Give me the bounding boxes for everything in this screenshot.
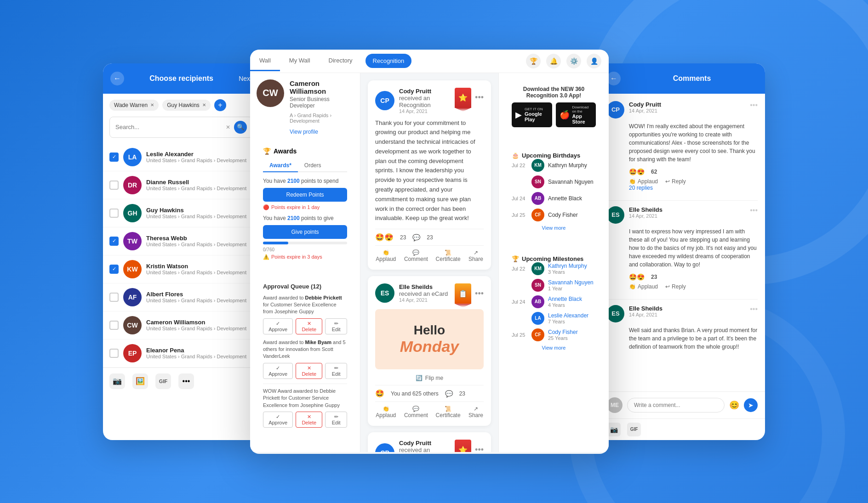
milestones-view-more[interactable]: View more [512,345,596,350]
comment-camera-icon[interactable]: 📷 [607,423,621,436]
tag-wade-warren[interactable]: Wade Warren ✕ [109,100,159,111]
edit-button-3[interactable]: ✏ Edit [325,412,347,428]
delete-button-1[interactable]: ✕ Delete [296,318,322,334]
clear-search-icon[interactable]: ✕ [226,124,230,130]
delete-button-3[interactable]: ✕ Delete [296,412,322,428]
comment-3-more[interactable]: ••• [750,305,758,313]
back-button[interactable]: ← [110,72,124,85]
awards-tab-awards[interactable]: Awards* [263,159,298,172]
birthday-avatar: SN [531,175,544,188]
image-icon[interactable]: 🖼️ [132,373,148,389]
person-item[interactable]: GH Guy Hawkins United States › Grand Rap… [103,199,259,227]
edit-button-1[interactable]: ✏ Edit [325,318,347,334]
post-2-actions-right: 📋 ••• [455,283,484,304]
comment-button-2[interactable]: 💬 Comment [404,406,428,418]
person-item[interactable]: ✓ LA Leslie Alexander United States › Gr… [103,143,259,171]
reaction-text-2: You and 625 others [391,390,439,397]
person-checkbox[interactable] [109,293,119,302]
awards-tab-orders[interactable]: Orders [298,159,328,172]
tag-remove-guy[interactable]: ✕ [202,102,206,107]
applaud-button-1[interactable]: 👏 Applaud [375,249,396,262]
milestone-info: Annette Black 4 Years [548,296,596,308]
search-box: ✕ 🔍 [109,117,253,138]
comment-input[interactable] [627,398,725,413]
person-item[interactable]: ✓ KW Kristin Watson United States › Gran… [103,255,259,283]
view-profile-link[interactable]: View profile [290,129,318,135]
person-checkbox[interactable] [109,209,119,218]
settings-icon[interactable]: ⚙️ [566,54,581,68]
person-checkbox[interactable] [109,349,119,358]
approval-actions-3: ✓ Approve ✕ Delete ✏ Edit [263,412,347,428]
approval-queue-title: Approval Queue (12) [263,283,347,290]
person-checkbox[interactable] [109,181,119,190]
approve-button-1[interactable]: ✓ Approve [263,318,293,334]
share-button-2[interactable]: ↗ Share [468,406,484,418]
approval-actions-1: ✓ Approve ✕ Delete ✏ Edit [263,318,347,334]
person-item[interactable]: AF Albert Flores United States › Grand R… [103,283,259,311]
search-button[interactable]: 🔍 [234,121,247,134]
post-1-more[interactable]: ••• [475,93,484,102]
user-icon[interactable]: 👤 [587,54,601,68]
milestone-avatar: AB [531,295,544,308]
share-button-1[interactable]: ↗ Share [468,249,484,262]
comment-gif-icon[interactable]: GIF [627,423,641,436]
comment-2-applaud[interactable]: 👏 Applaud [629,283,658,290]
google-play-button[interactable]: ▶ GET IT ON Google Play [512,102,552,127]
tab-my-wall[interactable]: My Wall [280,50,320,73]
add-recipient-button[interactable]: + [214,99,226,111]
bell-icon[interactable]: 🔔 [546,54,561,68]
tag-label: Wade Warren [114,102,148,108]
comment-1-more[interactable]: ••• [750,101,758,109]
delete-button-2[interactable]: ✕ Delete [296,363,322,379]
person-item[interactable]: DR Dianne Russell United States › Grand … [103,171,259,199]
person-item[interactable]: ✓ TW Theresa Webb United States › Grand … [103,227,259,255]
tab-recognition[interactable]: Recognition [365,54,412,68]
camera-icon[interactable]: 📷 [109,373,125,389]
person-checkbox[interactable]: ✓ [109,237,119,246]
redeem-points-button[interactable]: Redeem Points [263,188,347,202]
comment-input-area: ME 😊 ➤ [600,391,765,418]
post-2-more[interactable]: ••• [475,289,484,299]
comment-1-replies[interactable]: 20 replies [607,185,758,191]
edit-button-2[interactable]: ✏ Edit [325,363,347,379]
comment-1-reply[interactable]: ↩ Reply [665,178,686,185]
person-item[interactable]: EP Eleanor Pena United States › Grand Ra… [103,339,259,367]
person-checkbox[interactable]: ✓ [109,265,119,274]
person-checkbox[interactable] [109,321,119,330]
approve-button-2[interactable]: ✓ Approve [263,363,293,379]
flip-button[interactable]: 🔄 Flip me [416,375,443,381]
send-comment-button[interactable]: ➤ [744,398,758,412]
birthdays-view-more[interactable]: View more [512,225,596,231]
comment-2-reply[interactable]: ↩ Reply [665,283,686,290]
comment-button-1[interactable]: 💬 Comment [404,249,428,262]
approve-button-3[interactable]: ✓ Approve [263,412,293,428]
person-checkbox[interactable]: ✓ [109,153,119,162]
tag-remove-wade[interactable]: ✕ [150,102,154,107]
comments-panel: ← Comments CP Cody Pruitt 14 Apr, 2021 •… [600,63,765,440]
reaction-emoji-2[interactable]: 🤩 [375,389,384,398]
emoji-picker-icon[interactable]: 😊 [729,400,739,410]
more-options-icon[interactable]: ••• [178,373,194,389]
app-store-button[interactable]: 🍎 Download on the App Store [556,102,596,127]
tag-guy-hawkins[interactable]: Guy Hawkins ✕ [162,100,211,111]
tab-directory[interactable]: Directory [320,50,362,73]
person-item[interactable]: CW Cameron Williamson United States › Gr… [103,311,259,339]
gif-icon[interactable]: GIF [155,373,171,389]
tab-wall[interactable]: Wall [250,50,280,73]
main-wall-panel: Wall My Wall Directory Recognition 🏆 🔔 ⚙… [250,50,609,454]
post-3-more[interactable]: ••• [475,445,484,452]
search-input[interactable] [115,124,222,130]
spend-warn: 🔴 Points expire in 1 day [263,204,347,210]
certificate-button-2[interactable]: 📜 Certificate [435,406,460,418]
comments-back-button[interactable]: ← [607,72,621,85]
header-icons: 🏆 🔔 ⚙️ 👤 [526,54,609,68]
person-name: Dianne Russell [146,179,253,186]
reaction-emoji-1[interactable]: 🤩😍 [375,233,394,242]
give-points-button[interactable]: Give points [263,225,347,239]
comment-1-applaud[interactable]: 👏 Applaud [629,178,658,185]
applaud-button-2[interactable]: 👏 Applaud [375,406,396,418]
trophy-icon[interactable]: 🏆 [526,54,541,68]
comment-2-avatar: ES [607,206,624,224]
certificate-button-1[interactable]: 📜 Certificate [435,249,460,262]
comment-2-more[interactable]: ••• [750,206,758,215]
